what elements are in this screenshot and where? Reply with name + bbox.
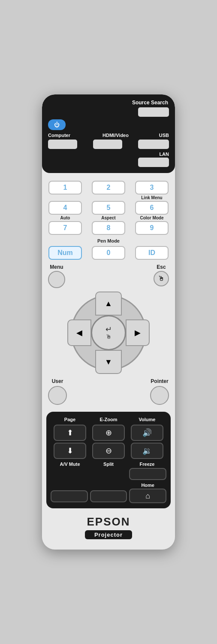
- esc-button[interactable]: 🖱: [154, 271, 169, 286]
- page-down-button[interactable]: ⬇: [54, 443, 86, 459]
- page-group: ⬆ ⬇: [51, 425, 89, 459]
- pointer-wrap: Pointer: [150, 378, 169, 405]
- source-search-label: Source Search: [132, 100, 168, 106]
- id-button[interactable]: ID: [135, 246, 169, 260]
- num-1-button[interactable]: 1: [48, 181, 82, 194]
- user-pointer-row: User Pointer: [48, 378, 169, 405]
- link-menu-label: Link Menu: [141, 195, 162, 200]
- zero-btn-wrap: 0: [91, 246, 126, 260]
- freeze-home-wrap: Home ⌂: [129, 468, 166, 503]
- aspect-label: Aspect: [101, 216, 115, 220]
- user-button[interactable]: [48, 386, 67, 405]
- num-4-wrap: 4 Auto: [48, 201, 82, 220]
- num-6-wrap: 6 Color Mode: [135, 201, 169, 220]
- menu-button[interactable]: [48, 271, 65, 288]
- epson-logo: EPSON: [87, 515, 130, 529]
- dpad-right-button[interactable]: ▶: [126, 319, 150, 346]
- num-5-wrap: 5 Aspect: [91, 201, 126, 220]
- lower-btns-row: Home ⌂: [51, 468, 166, 503]
- lan-label: LAN: [138, 152, 169, 157]
- top-section: Source Search ⏻ Computer HDMI/Video USB …: [42, 94, 175, 173]
- split-wrap: [90, 490, 127, 503]
- power-button[interactable]: ⏻: [48, 119, 66, 130]
- numpad-row-1: 1 2 3 Link Menu: [48, 181, 169, 200]
- usb-button[interactable]: [138, 140, 169, 149]
- ezoom-group: ⊕ ⊖: [89, 425, 128, 459]
- dpad-left-button[interactable]: ◀: [67, 319, 91, 346]
- dpad-down-button[interactable]: ▼: [95, 350, 122, 374]
- hdmi-label: HDMI/Video: [93, 133, 138, 138]
- lan-button[interactable]: [138, 158, 169, 167]
- user-wrap: User: [48, 378, 67, 405]
- num-6-button[interactable]: 6: [135, 201, 169, 215]
- volume-down-button[interactable]: 🔉: [131, 443, 163, 459]
- num-7-button[interactable]: 7: [48, 221, 82, 235]
- dpad-up-button[interactable]: ▲: [95, 292, 122, 316]
- pointer-button[interactable]: [150, 386, 169, 405]
- num-1-wrap: 1: [48, 181, 82, 200]
- pen-mode-label: Pen Mode: [97, 238, 120, 243]
- ezoom-out-button[interactable]: ⊖: [92, 443, 125, 459]
- numpad-row-3: 7 8 9: [48, 221, 169, 236]
- volume-group: 🔊 🔉: [128, 425, 166, 459]
- pen-mode-row: Pen Mode: [48, 237, 169, 244]
- source-search-button[interactable]: [138, 107, 169, 117]
- hdmi-button[interactable]: [93, 140, 122, 149]
- enter-icon: ↵: [105, 325, 112, 333]
- freeze-button[interactable]: [129, 468, 166, 480]
- num-0-id-row: Num 0 ID: [48, 246, 169, 260]
- numpad-section: 1 2 3 Link Menu 4 Auto 5 Aspect 6: [42, 181, 175, 260]
- menu-label: Menu: [50, 264, 63, 270]
- dpad: ▲ ▼ ◀ ▶ ↵ 🖱: [66, 290, 151, 376]
- mouse-center-icon: 🖱: [105, 333, 112, 340]
- usb-label: USB: [138, 133, 169, 138]
- av-mute-label: A/V Mute: [51, 462, 89, 467]
- num-2-button[interactable]: 2: [92, 181, 125, 194]
- auto-label: Auto: [60, 216, 70, 220]
- brand-section: EPSON Projector: [42, 513, 175, 541]
- computer-label: Computer: [48, 133, 93, 138]
- home-label: Home: [141, 483, 154, 488]
- av-mute-button[interactable]: [51, 490, 88, 502]
- esc-label: Esc: [157, 264, 166, 270]
- remote-control: Source Search ⏻ Computer HDMI/Video USB …: [42, 94, 175, 550]
- page-label: Page: [51, 417, 89, 422]
- bottom-group-labels: Page E-Zoom Volume: [51, 417, 166, 422]
- zero-button[interactable]: 0: [92, 246, 125, 260]
- menu-wrap: Menu: [48, 264, 65, 288]
- split-label: Split: [89, 462, 128, 467]
- bottom-section: Page E-Zoom Volume ⬆ ⬇ ⊕ ⊖ 🔊 🔉 A/V Mute …: [46, 412, 171, 508]
- num-9-wrap: 9: [135, 221, 169, 236]
- num-4-button[interactable]: 4: [48, 201, 82, 215]
- num-2-wrap: 2: [91, 181, 126, 200]
- numpad-row-2: 4 Auto 5 Aspect 6 Color Mode: [48, 201, 169, 220]
- mouse-icon: 🖱: [158, 275, 165, 283]
- power-icon: ⏻: [54, 122, 60, 128]
- freeze-label: Freeze: [128, 462, 166, 467]
- ezoom-in-button[interactable]: ⊕: [92, 425, 125, 441]
- pointer-label: Pointer: [151, 378, 168, 384]
- home-button[interactable]: ⌂: [129, 489, 166, 503]
- num-btn-wrap: Num: [48, 246, 82, 260]
- split-button[interactable]: [90, 490, 127, 502]
- projector-badge: Projector: [85, 530, 132, 539]
- num-button[interactable]: Num: [48, 246, 82, 260]
- num-3-wrap: 3 Link Menu: [135, 181, 169, 200]
- volume-up-button[interactable]: 🔊: [131, 425, 163, 441]
- num-9-button[interactable]: 9: [135, 221, 169, 235]
- av-mute-wrap: [51, 490, 88, 503]
- nav-area: Menu Esc 🖱 ▲ ▼ ◀ ▶ ↵: [42, 264, 175, 405]
- dpad-enter-button[interactable]: ↵ 🖱: [91, 315, 126, 350]
- color-mode-label: Color Mode: [140, 216, 164, 220]
- num-8-wrap: 8: [91, 221, 126, 236]
- page-up-button[interactable]: ⬆: [54, 425, 86, 441]
- num-8-button[interactable]: 8: [92, 221, 125, 235]
- lower-labels-row: A/V Mute Split Freeze: [51, 462, 166, 467]
- num-3-button[interactable]: 3: [135, 181, 169, 194]
- computer-button[interactable]: [48, 140, 77, 149]
- num-5-button[interactable]: 5: [92, 201, 125, 215]
- ezoom-label: E-Zoom: [89, 417, 128, 422]
- user-label: User: [52, 378, 63, 384]
- id-btn-wrap: ID: [135, 246, 169, 260]
- esc-wrap: Esc 🖱: [154, 264, 169, 286]
